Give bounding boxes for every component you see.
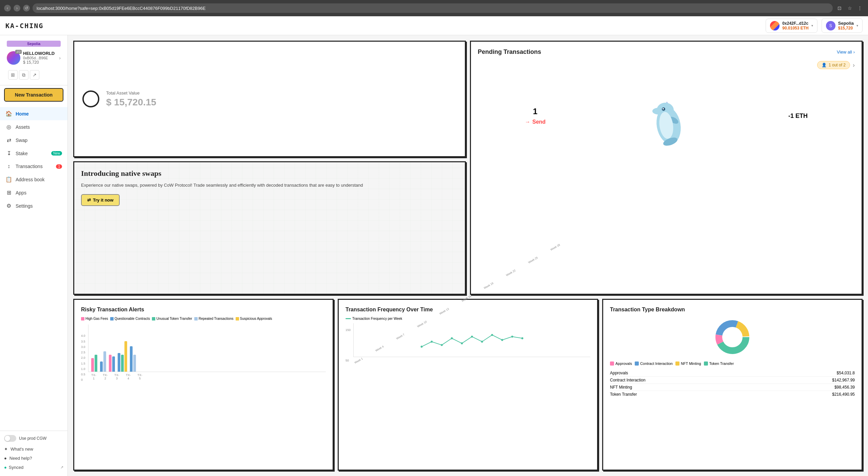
extensions-button[interactable]: ⊡ (835, 4, 844, 12)
need-help-link[interactable]: ● Need help? (4, 454, 63, 463)
frequency-svg (353, 323, 590, 357)
account-info: HELLOWORLD 0xB05d...B96E $ 15,720 (23, 51, 56, 65)
legend-nft: NFT Minting (675, 361, 701, 366)
high-gas-label: High Gas Fees (85, 317, 108, 320)
grid-view-button[interactable]: ⊞ (8, 70, 18, 80)
token-color (704, 361, 708, 366)
x-tx1: TX-1 (91, 373, 97, 380)
x-labels: TX-1 TX-2 TX-3 TX-4 TX-5 (88, 372, 326, 381)
tx1-bars (91, 355, 97, 372)
sidebar-item-swap[interactable]: ⇄ Swap (0, 133, 67, 147)
synced-icon: ● (4, 465, 7, 470)
bar-chart-area: 4.0 3.5 3.0 2.5 2.0 1.5 1.0 0.5 0 (81, 325, 326, 381)
questionable-color (110, 317, 114, 320)
network-balance: $15,720 (838, 26, 854, 30)
tx4-bar-q (118, 353, 120, 372)
refresh-button[interactable]: ↺ (23, 5, 30, 12)
wallet-balance: 90.01053 ETH (782, 26, 808, 30)
y-0: 0 (81, 378, 85, 381)
tx2-bars (100, 351, 106, 372)
nft-legend-label: NFT Minting (681, 361, 701, 366)
top-nav-right: 0x242F...d12c 90.01053 ETH ▾ S Sepolia $… (766, 18, 863, 33)
sidebar-item-stake[interactable]: ↧ Stake New (0, 147, 67, 160)
x-tx3: TX-3 (114, 373, 120, 380)
nav-label-assets: Assets (16, 124, 30, 130)
tx-number: 1 (533, 107, 537, 116)
freq-point-8 (491, 334, 493, 336)
contract-legend-label: Contract Interaction (640, 361, 673, 366)
pending-counter-text: 1 out of 2 (829, 63, 846, 67)
forward-button[interactable]: › (14, 5, 20, 12)
more-button[interactable]: ⋮ (856, 4, 864, 12)
pending-dolphin-image (640, 81, 694, 150)
sidebar-account: Sepolia 2/2 HELLOWORLD 0xB05d...B96E $ 1… (0, 35, 67, 85)
sidebar-item-settings[interactable]: ⚙ Settings (0, 199, 67, 212)
x-tx5: TX-5 (137, 373, 143, 380)
legend-approvals: Approvals (610, 361, 632, 366)
tx3-bar-gas (109, 355, 112, 372)
export-button[interactable]: ↗ (30, 70, 39, 80)
prod-cgw-toggle[interactable] (4, 435, 16, 442)
tx1-bar-unusual (95, 355, 97, 372)
sidebar-item-home[interactable]: 🏠 Home (0, 107, 67, 120)
synced-external-icon: ↗ (60, 465, 63, 470)
freq-point-9 (501, 339, 503, 341)
y-axis: 4.0 3.5 3.0 2.5 2.0 1.5 1.0 0.5 0 (81, 334, 87, 381)
tx5-bar-q (130, 346, 133, 372)
sidebar-item-assets[interactable]: ◎ Assets (0, 120, 67, 133)
legend-questionable: Questionable Contracts (110, 317, 150, 320)
try-it-now-label: Try it now (93, 198, 114, 203)
need-help-label: Need help? (9, 456, 32, 461)
network-selector[interactable]: S Sepolia $15,720 ▾ (822, 18, 863, 33)
tx4-bar-suspicious (124, 341, 127, 372)
freq-chart-body: Week 1 Week 4 Week 7 Week 10 Week 13 Wee… (353, 323, 590, 362)
tx5-bars (130, 346, 136, 372)
whats-new-link[interactable]: ✦ What's new (4, 444, 63, 454)
breakdown-title: Transaction Type Breakdown (610, 307, 855, 313)
risky-alerts-card: Risky Transaction Alerts High Gas Fees Q… (73, 299, 334, 471)
toggle-knob (5, 436, 10, 441)
pending-next-button[interactable]: › (853, 62, 855, 69)
x-tx2: TX-2 (102, 373, 108, 380)
tx5-bar-rep (133, 355, 136, 372)
main-layout: Sepolia 2/2 HELLOWORLD 0xB05d...B96E $ 1… (0, 35, 868, 476)
y-1: 1.0 (81, 367, 85, 371)
sepolia-badge: Sepolia (7, 41, 61, 47)
sidebar-footer: Use prod CGW ✦ What's new ● Need help? ●… (0, 431, 67, 476)
breakdown-row-nft: NFT Minting $98,456.39 (610, 384, 855, 391)
app: KA-CHING 0x242F...d12c 90.01053 ETH ▾ S … (0, 16, 868, 476)
sidebar-item-apps[interactable]: ⊞ Apps (0, 186, 67, 199)
repeated-color (194, 317, 198, 320)
asset-value-main: $ 15,720 (106, 97, 143, 107)
copy-button[interactable]: ⧉ (19, 70, 28, 80)
wallet-selector[interactable]: 0x242F...d12c 90.01053 ETH ▾ (766, 19, 817, 33)
account-expand-icon[interactable]: › (59, 55, 61, 61)
back-button[interactable]: ‹ (4, 5, 11, 12)
settings-icon: ⚙ (5, 203, 12, 209)
legend-unusual: Unusual Token Transfer (152, 317, 192, 320)
tx3-bars (109, 355, 115, 372)
wallet-chevron: ▾ (811, 24, 813, 27)
approvals-row-label: Approvals (610, 371, 628, 375)
bookmark-button[interactable]: ☆ (846, 4, 854, 12)
swap-icon: ⇄ (5, 137, 12, 143)
native-swaps-card: Introducing native swaps Experience our … (73, 161, 466, 295)
suspicious-color (236, 317, 239, 320)
main-content: Total Asset Value $ 15,720.15 Pending Tr… (68, 35, 868, 476)
url-bar[interactable]: localhost:3000/home?safe=sep:0xB05d19FEe… (33, 3, 833, 13)
unusual-color (152, 317, 155, 320)
sidebar-item-address-book[interactable]: 📋 Address book (0, 173, 67, 186)
tx-info: 1 → Send (525, 107, 546, 125)
try-it-now-button[interactable]: ⇄ Try it now (81, 194, 120, 206)
donut-legend: Approvals Contract Interaction NFT Minti… (610, 361, 855, 366)
y-05: 0.5 (81, 373, 85, 376)
view-all-link[interactable]: View all › (837, 49, 855, 55)
bars-area (88, 325, 326, 372)
new-transaction-button[interactable]: New Transaction (4, 88, 63, 102)
suspicious-label: Suspicious Approvals (240, 317, 272, 320)
nav-label-transactions: Transactions (16, 164, 43, 169)
synced-status: ● Synced ↗ (4, 463, 63, 472)
browser-controls: ‹ › ↺ (4, 5, 30, 12)
sidebar-item-transactions[interactable]: ↕ Transactions 1 (0, 160, 67, 173)
contract-row-label: Contract Interaction (610, 378, 646, 382)
